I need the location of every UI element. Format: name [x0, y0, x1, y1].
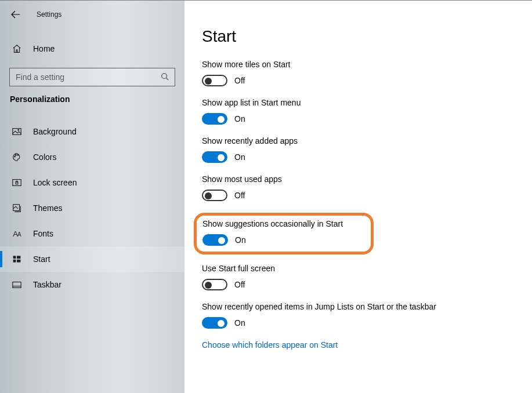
sidebar-item-themes[interactable]: Themes [0, 195, 184, 221]
setting-recently-added: Show recently added apps On [202, 136, 515, 163]
sidebar-item-label: Lock screen [33, 178, 77, 187]
themes-icon [11, 202, 23, 214]
topbar: Settings [0, 5, 184, 24]
toggle-state: On [234, 152, 245, 162]
home-label: Home [33, 44, 55, 53]
setting-label: Show app list in Start menu [202, 98, 515, 107]
svg-rect-10 [17, 256, 20, 259]
sidebar-item-lock-screen[interactable]: Lock screen [0, 170, 184, 195]
sidebar-item-colors[interactable]: Colors [0, 144, 184, 170]
toggle-state: On [234, 318, 245, 328]
setting-more-tiles: Show more tiles on Start Off [202, 60, 515, 86]
sidebar-item-label: Themes [33, 203, 63, 213]
palette-icon [11, 151, 23, 163]
setting-full-screen: Use Start full screen Off [202, 264, 515, 290]
svg-point-2 [18, 129, 19, 130]
setting-jump-lists: Show recently opened items in Jump Lists… [202, 302, 515, 329]
taskbar-icon [11, 279, 23, 290]
home-nav[interactable]: Home [0, 38, 184, 60]
search-icon [161, 72, 169, 82]
fonts-icon: AA [11, 228, 23, 239]
svg-rect-7 [16, 182, 18, 184]
svg-rect-12 [17, 260, 20, 263]
setting-most-used: Show most used apps Off [202, 174, 515, 201]
highlight-annotation: Show suggestions occasionally in Start O… [194, 213, 374, 254]
back-arrow-icon[interactable] [11, 10, 20, 19]
setting-suggestions: Show suggestions occasionally in Start O… [202, 219, 361, 246]
toggle-state: Off [234, 191, 245, 200]
sidebar-item-label: Taskbar [33, 280, 61, 289]
home-icon [11, 43, 23, 54]
search-box[interactable] [9, 68, 175, 86]
sidebar-item-label: Start [33, 254, 50, 264]
svg-point-0 [162, 73, 167, 78]
toggle-recently-added[interactable] [202, 151, 227, 163]
setting-label: Use Start full screen [202, 264, 515, 273]
search-input[interactable] [16, 72, 161, 82]
setting-label: Show recently added apps [202, 136, 515, 145]
svg-rect-9 [13, 256, 16, 259]
svg-point-3 [15, 156, 16, 157]
choose-folders-link[interactable]: Choose which folders appear on Start [202, 340, 515, 350]
toggle-state: On [235, 235, 246, 245]
topbar-title: Settings [37, 10, 61, 19]
setting-label: Show more tiles on Start [202, 60, 515, 69]
section-header: Personalization [0, 94, 184, 104]
svg-rect-11 [13, 260, 16, 263]
sidebar-item-label: Fonts [33, 229, 53, 238]
picture-icon [11, 126, 23, 137]
sidebar-item-start[interactable]: Start [0, 246, 184, 272]
toggle-most-used[interactable] [202, 190, 227, 201]
setting-label: Show most used apps [202, 174, 515, 184]
sidebar-item-label: Background [33, 127, 77, 136]
toggle-more-tiles[interactable] [202, 75, 227, 86]
setting-app-list: Show app list in Start menu On [202, 98, 515, 125]
toggle-full-screen[interactable] [202, 279, 227, 290]
svg-rect-6 [13, 180, 21, 186]
sidebar-item-label: Colors [33, 152, 56, 162]
setting-label: Show suggestions occasionally in Start [202, 219, 361, 228]
sidebar-item-taskbar[interactable]: Taskbar [0, 272, 184, 297]
toggle-state: Off [234, 76, 245, 85]
lock-screen-icon [11, 177, 23, 188]
toggle-jump-lists[interactable] [202, 317, 227, 329]
svg-point-4 [15, 155, 16, 156]
start-icon [11, 253, 23, 265]
toggle-suggestions[interactable] [202, 234, 228, 246]
toggle-state: Off [234, 280, 245, 289]
page-title: Start [202, 27, 515, 46]
sidebar-item-background[interactable]: Background [0, 119, 184, 144]
svg-rect-13 [13, 282, 21, 288]
toggle-state: On [234, 114, 245, 123]
svg-point-5 [17, 155, 19, 156]
setting-label: Show recently opened items in Jump Lists… [202, 302, 515, 311]
sidebar-item-fonts[interactable]: AA Fonts [0, 221, 184, 246]
svg-rect-1 [13, 129, 21, 135]
search-container [0, 68, 184, 94]
main-content: Start Show more tiles on Start Off Show … [184, 1, 532, 393]
toggle-app-list[interactable] [202, 113, 227, 125]
sidebar: Settings Home Personalization Background [0, 1, 184, 393]
